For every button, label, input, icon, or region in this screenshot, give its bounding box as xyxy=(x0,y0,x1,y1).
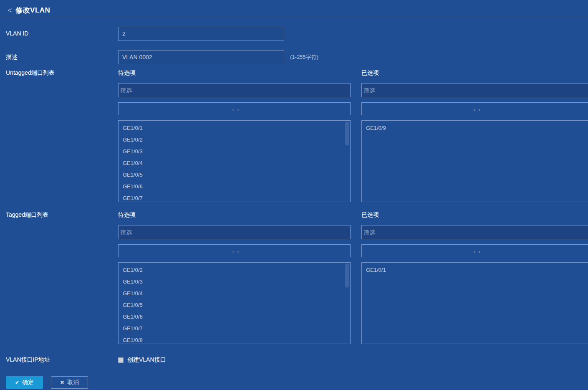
port-list-item[interactable]: GE1/0/4 xyxy=(119,288,350,299)
vlan-id-row: VLAN ID xyxy=(6,27,588,41)
cancel-button-label: 取消 xyxy=(67,379,79,386)
port-list-item[interactable]: GE1/0/9 xyxy=(362,122,588,134)
ok-button-label: 确定 xyxy=(22,379,34,386)
description-label: 描述 xyxy=(6,50,118,61)
tagged-selected-filter-input[interactable] xyxy=(361,225,588,239)
description-input[interactable] xyxy=(118,50,284,64)
untagged-available-title: 待选项 xyxy=(118,69,351,78)
vlan-id-input[interactable] xyxy=(118,27,284,41)
untagged-transfer-widget: 待选项 →→ GE1/0/1GE1/0/2GE1/0/3GE1/0/4GE1/0… xyxy=(118,69,588,202)
untagged-ports-row: Untagged端口列表 待选项 →→ GE1/0/1GE1/0/2GE1/0/… xyxy=(6,69,588,202)
untagged-selected-column: 已选项 ←← GE1/0/9 xyxy=(361,69,588,202)
page-header: < 修改VLAN xyxy=(0,0,588,17)
description-row: 描述 (1-255字符) xyxy=(6,50,588,64)
cancel-button[interactable]: ✖ 取消 xyxy=(51,376,88,389)
port-list-item[interactable]: GE1/0/5 xyxy=(119,299,350,311)
x-icon: ✖ xyxy=(60,380,64,385)
vlan-interface-label: VLAN接口IP地址 xyxy=(6,353,118,364)
port-list-item[interactable]: GE1/0/6 xyxy=(119,311,350,323)
port-list-item[interactable]: GE1/0/2 xyxy=(119,134,350,146)
port-list-item[interactable]: GE1/0/4 xyxy=(119,157,350,169)
vlan-interface-row: VLAN接口IP地址 创建VLAN接口 xyxy=(6,353,588,364)
create-vlan-interface-checkbox[interactable] xyxy=(118,357,124,363)
scrollbar-thumb[interactable] xyxy=(345,263,349,288)
tagged-selected-list[interactable]: GE1/0/1 xyxy=(361,262,588,344)
double-left-arrow-icon: ←← xyxy=(472,247,484,254)
double-right-arrow-icon: →→ xyxy=(229,105,240,112)
form-footer: ✔ 确定 ✖ 取消 xyxy=(6,376,588,389)
tagged-selected-column: 已选项 ←← GE1/0/1 xyxy=(361,211,588,344)
back-icon[interactable]: < xyxy=(8,6,12,14)
port-list-item[interactable]: GE1/0/1 xyxy=(362,264,588,276)
description-hint: (1-255字符) xyxy=(290,50,318,64)
tagged-ports-label: Tagged端口列表 xyxy=(6,211,118,219)
untagged-move-left-button[interactable]: ←← xyxy=(361,102,588,115)
untagged-selected-filter-input[interactable] xyxy=(361,83,588,97)
modify-vlan-form: VLAN ID 描述 (1-255字符) Untagged端口列表 待选项 →→… xyxy=(0,27,588,389)
untagged-move-right-button[interactable]: →→ xyxy=(118,102,351,115)
tagged-selected-title: 已选项 xyxy=(361,211,588,220)
port-list-item[interactable]: GE1/0/2 xyxy=(119,264,350,276)
port-list-item[interactable]: GE1/0/3 xyxy=(119,146,350,157)
untagged-selected-list[interactable]: GE1/0/9 xyxy=(361,120,588,202)
port-list-item[interactable]: GE1/0/7 xyxy=(119,323,350,334)
vlan-id-label: VLAN ID xyxy=(6,27,118,37)
tagged-available-column: 待选项 →→ GE1/0/2GE1/0/3GE1/0/4GE1/0/5GE1/0… xyxy=(118,211,351,344)
page-title: 修改VLAN xyxy=(15,5,50,15)
double-left-arrow-icon: ←← xyxy=(472,105,484,112)
port-list-item[interactable]: GE1/0/5 xyxy=(119,169,350,181)
port-list-item[interactable]: GE1/0/3 xyxy=(119,276,350,288)
tagged-move-right-button[interactable]: →→ xyxy=(118,244,351,257)
untagged-available-filter-input[interactable] xyxy=(118,83,351,97)
tagged-available-list[interactable]: GE1/0/2GE1/0/3GE1/0/4GE1/0/5GE1/0/6GE1/0… xyxy=(118,262,351,344)
tagged-transfer-widget: 待选项 →→ GE1/0/2GE1/0/3GE1/0/4GE1/0/5GE1/0… xyxy=(118,211,588,344)
port-list-item[interactable]: GE1/0/6 xyxy=(119,181,350,192)
double-right-arrow-icon: →→ xyxy=(229,247,240,254)
untagged-available-column: 待选项 →→ GE1/0/1GE1/0/2GE1/0/3GE1/0/4GE1/0… xyxy=(118,69,351,202)
untagged-selected-title: 已选项 xyxy=(361,69,588,78)
untagged-available-list[interactable]: GE1/0/1GE1/0/2GE1/0/3GE1/0/4GE1/0/5GE1/0… xyxy=(118,120,351,202)
untagged-ports-label: Untagged端口列表 xyxy=(6,69,118,77)
tagged-move-left-button[interactable]: ←← xyxy=(361,244,588,257)
tagged-available-title: 待选项 xyxy=(118,211,351,220)
tagged-available-filter-input[interactable] xyxy=(118,225,351,239)
port-list-item[interactable]: GE1/0/1 xyxy=(119,122,350,134)
scrollbar-thumb[interactable] xyxy=(345,122,349,146)
port-list-item[interactable]: GE1/0/7 xyxy=(119,192,350,202)
port-list-item[interactable]: GE1/0/8 xyxy=(119,334,350,344)
ok-button[interactable]: ✔ 确定 xyxy=(6,376,43,389)
tagged-ports-row: Tagged端口列表 待选项 →→ GE1/0/2GE1/0/3GE1/0/4G… xyxy=(6,211,588,344)
check-icon: ✔ xyxy=(15,380,19,385)
create-vlan-interface-checkbox-label[interactable]: 创建VLAN接口 xyxy=(127,356,166,364)
